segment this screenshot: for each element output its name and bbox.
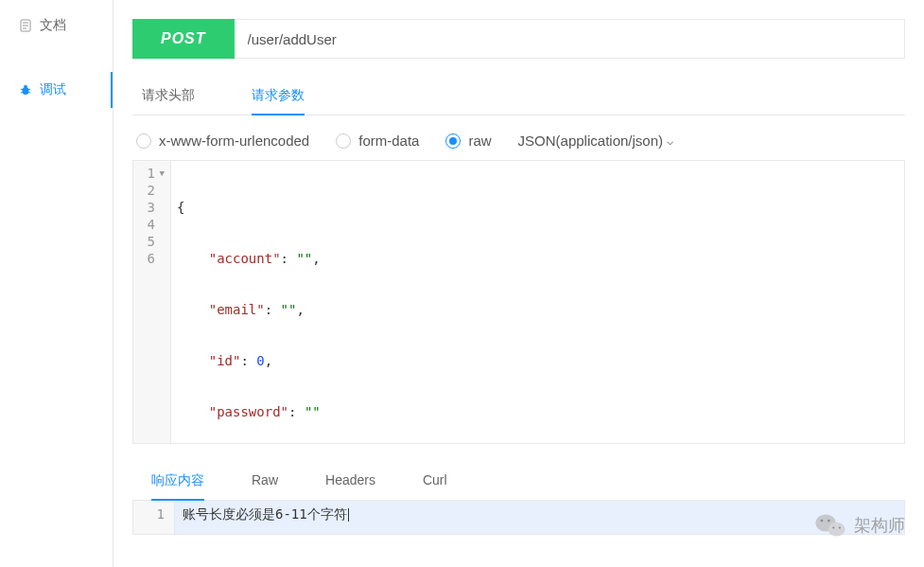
svg-line-6 — [21, 89, 23, 90]
code-line: { — [177, 199, 898, 216]
bug-icon — [19, 83, 32, 97]
sidebar: 文档 调试 — [0, 0, 113, 567]
sidebar-item-docs[interactable]: 文档 — [0, 8, 113, 44]
rtab-headers[interactable]: Headers — [325, 463, 375, 500]
content-type-select[interactable]: JSON(application/json) — [518, 133, 673, 149]
response-gutter: 1 — [133, 501, 175, 534]
main-panel: POST 请求头部 请求参数 x-www-form-urlencoded for… — [113, 0, 924, 567]
response-content: 账号长度必须是6-11个字符 — [175, 501, 904, 534]
code-line: "email": "", — [177, 301, 898, 318]
sidebar-item-debug[interactable]: 调试 — [0, 72, 113, 108]
request-tabs: 请求头部 请求参数 — [132, 78, 905, 115]
watermark: 架构师 — [814, 512, 905, 539]
svg-point-11 — [828, 523, 846, 537]
code-line: "account": "", — [177, 250, 898, 267]
response-editor[interactable]: 1 账号长度必须是6-11个字符 — [132, 501, 905, 535]
request-line: POST — [132, 19, 905, 59]
svg-point-13 — [828, 520, 830, 523]
rtab-raw[interactable]: Raw — [252, 463, 278, 500]
radio-label: x-www-form-urlencoded — [159, 133, 309, 149]
radio-icon — [445, 133, 461, 149]
radio-label: raw — [468, 133, 491, 149]
http-method[interactable]: POST — [132, 19, 235, 59]
watermark-text: 架构师 — [854, 514, 905, 537]
svg-point-5 — [24, 85, 27, 89]
fold-icon[interactable]: ▼ — [157, 165, 165, 182]
request-body-editor[interactable]: 1▼ 2 3 4 5 6 { "account": "", "email": "… — [132, 160, 905, 444]
radio-label: form-data — [358, 133, 419, 149]
svg-point-15 — [839, 526, 841, 528]
radio-raw[interactable]: raw — [445, 133, 491, 149]
svg-line-9 — [28, 93, 30, 94]
body-type-selector: x-www-form-urlencoded form-data raw JSON… — [132, 133, 905, 149]
radio-formdata[interactable]: form-data — [336, 133, 419, 149]
document-icon — [19, 19, 32, 32]
radio-urlencoded[interactable]: x-www-form-urlencoded — [136, 133, 309, 149]
rtab-curl[interactable]: Curl — [423, 463, 447, 500]
rtab-content[interactable]: 响应内容 — [151, 463, 204, 501]
url-input[interactable] — [235, 19, 905, 59]
code-line: "password": "" — [177, 403, 898, 420]
sidebar-item-label: 调试 — [40, 81, 66, 98]
radio-icon — [336, 133, 351, 149]
wechat-icon — [814, 512, 846, 539]
sidebar-item-label: 文档 — [40, 17, 66, 34]
svg-point-12 — [821, 520, 824, 523]
radio-icon — [136, 133, 151, 149]
svg-line-8 — [21, 93, 23, 94]
response-tabs: 响应内容 Raw Headers Curl — [132, 463, 905, 501]
code-line: "id": 0, — [177, 352, 898, 369]
editor-gutter: 1▼ 2 3 4 5 6 — [133, 161, 171, 443]
tab-headers[interactable]: 请求头部 — [142, 78, 195, 115]
code-area[interactable]: { "account": "", "email": "", "id": 0, "… — [171, 161, 904, 443]
svg-point-14 — [832, 526, 834, 528]
tab-params[interactable]: 请求参数 — [252, 78, 305, 115]
svg-line-7 — [28, 89, 30, 90]
